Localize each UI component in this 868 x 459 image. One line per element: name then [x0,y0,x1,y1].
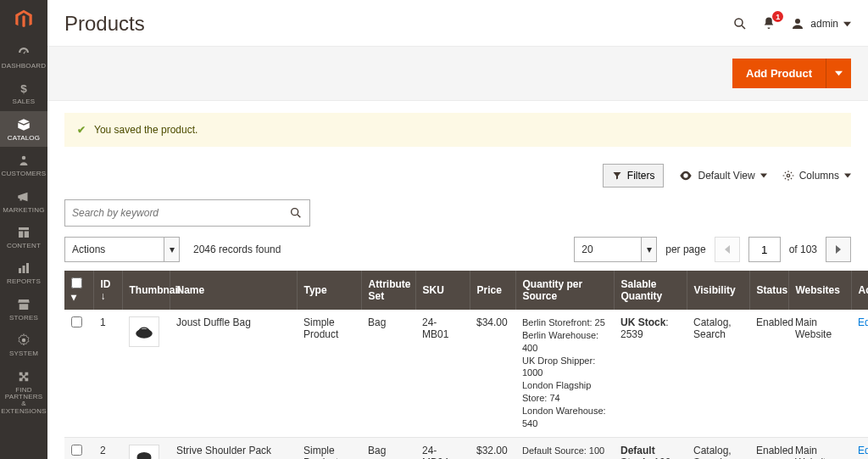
qps-line: Default Source: 100 [522,445,607,457]
notifications-button[interactable]: 1 [761,16,776,31]
nav-system[interactable]: SYSTEM [0,327,47,362]
col-status[interactable]: Status [749,271,788,310]
filters-button[interactable]: Filters [603,164,665,188]
table-row[interactable]: 2Strive Shoulder PackSimple ProductBag24… [64,437,868,459]
nav-marketing[interactable]: MARKETING [0,183,47,219]
cell-sku: 24-MB04 [415,437,470,459]
columns-label: Columns [799,170,839,182]
nav-reports[interactable]: REPORTS [0,255,47,290]
svg-point-12 [787,174,790,177]
table-row[interactable]: 1Joust Duffle BagSimple ProductBag24-MB0… [64,310,868,437]
col-name[interactable]: Name [170,271,297,310]
col-thumbnail[interactable]: Thumbnail [122,271,170,310]
row-checkbox[interactable] [71,445,82,456]
person-icon [16,153,31,168]
product-thumbnail[interactable] [129,316,159,347]
page-header: Products 1 admin [47,0,868,46]
cell-id: 2 [93,437,122,459]
cell-salable: Default Stock: 100 [614,437,687,459]
products-grid: ▾ ID ↓ Thumbnail Name Type Attribute Set… [64,271,851,459]
row-checkbox[interactable] [71,316,82,327]
page-action-bar: Add Product [47,46,868,101]
gear-icon [782,170,794,182]
nav-label: SALES [0,98,47,105]
chevron-down-icon [835,70,843,77]
bars-icon [16,260,31,276]
search-icon[interactable] [289,206,303,220]
default-view-label: Default View [698,170,754,182]
prev-page-button[interactable] [715,237,740,262]
gauge-icon [16,45,31,60]
col-checkbox[interactable]: ▾ [64,271,93,310]
nav-content[interactable]: CONTENT [0,219,47,255]
col-attr-set[interactable]: Attribute Set [361,271,415,310]
edit-link[interactable]: Edit [858,445,868,456]
columns-button[interactable]: Columns [782,170,851,182]
nav-label: FIND PARTNERS & EXTENSIONS [0,387,47,416]
default-view-button[interactable]: Default View [679,170,766,182]
col-qps[interactable]: Quantity per Source [515,271,614,310]
cell-qps: Default Source: 100 [515,437,614,459]
svg-text:$: $ [20,82,27,95]
cell-websites: Main Website [788,437,851,459]
edit-link[interactable]: Edit [858,316,868,328]
nav-customers[interactable]: CUSTOMERS [0,147,47,182]
col-visibility[interactable]: Visibility [687,271,749,310]
next-page-button[interactable] [826,237,851,262]
svg-line-14 [298,215,300,217]
svg-point-9 [735,19,743,26]
cell-price: $32.00 [470,437,515,459]
nav-stores[interactable]: STORES [0,291,47,327]
nav-dashboard[interactable]: DASHBOARD [0,39,47,75]
cell-attr-set: Bag [361,437,415,459]
nav-label: REPORTS [0,278,47,285]
notification-badge: 1 [772,11,783,22]
success-message: ✔ You saved the product. [64,113,851,147]
puzzle-icon [16,369,31,384]
nav-partners[interactable]: FIND PARTNERS & EXTENSIONS [0,363,47,421]
add-product-button[interactable]: Add Product [732,59,826,88]
search-icon[interactable] [732,16,748,31]
col-salable[interactable]: Salable Quantity [614,271,687,310]
svg-point-1 [22,156,26,160]
col-action[interactable]: Action [851,271,868,310]
product-thumbnail[interactable] [129,445,159,459]
nav-catalog[interactable]: CATALOG [0,111,47,147]
grid-controls: Actions ▾ 2046 records found 20 ▾ per pa… [47,232,868,271]
actions-dropdown[interactable]: Actions ▾ [64,237,180,262]
header-tools: 1 admin [732,16,851,31]
search-input[interactable] [72,207,289,219]
search-row [47,193,868,232]
col-websites[interactable]: Websites [788,271,851,310]
qps-line: Berlin Storefront: 25 [522,316,607,329]
cell-attr-set: Bag [361,310,415,437]
main-area: Products 1 admin Add Product ✔ You [47,0,868,459]
select-all-checkbox[interactable] [71,277,82,288]
col-price[interactable]: Price [470,271,515,310]
col-id[interactable]: ID ↓ [93,271,122,310]
add-product-dropdown[interactable] [826,59,851,88]
account-menu[interactable]: admin [790,16,851,31]
chevron-left-icon [724,245,731,254]
nav-label: CATALOG [0,135,47,142]
page-size-value: 20 [575,243,641,255]
nav-sales[interactable]: $ SALES [0,75,47,110]
current-page-input[interactable] [748,237,781,262]
svg-point-13 [292,209,298,216]
magento-logo[interactable] [0,0,47,39]
col-type[interactable]: Type [297,271,361,310]
add-product-split-button: Add Product [732,59,851,88]
svg-rect-3 [19,231,23,238]
cell-status: Enabled [749,310,788,437]
nav-label: SYSTEM [0,350,47,357]
qps-line: London Warehouse: 540 [522,405,607,430]
page-size-dropdown[interactable]: 20 ▾ [574,237,657,262]
chevron-down-icon [843,20,851,28]
col-sku[interactable]: SKU [415,271,470,310]
account-name: admin [810,18,838,30]
grid-toolbar: Filters Default View Columns [47,147,868,193]
chevron-down-icon: ▾ [164,238,179,261]
qps-line: London Flagship Store: 74 [522,379,607,405]
cell-id: 1 [93,310,122,437]
chevron-right-icon [835,245,842,254]
